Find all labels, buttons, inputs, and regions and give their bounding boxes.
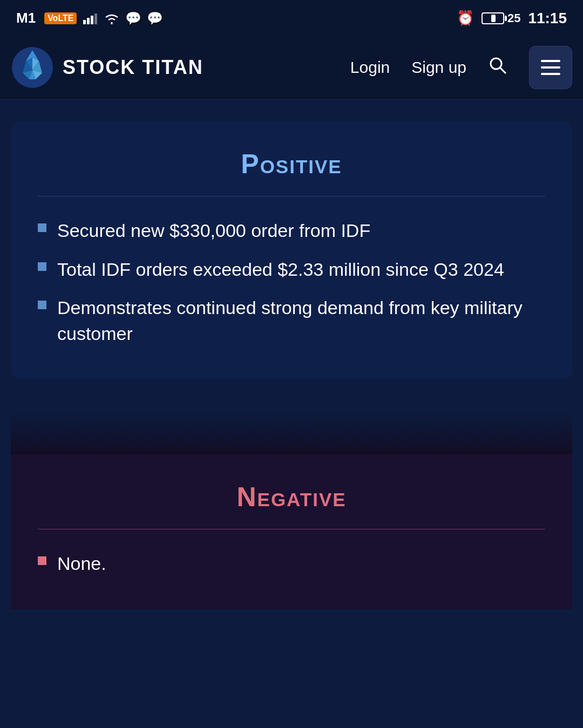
status-right: ⏰ 25 11:15 [457,10,567,27]
svg-line-14 [500,67,506,73]
battery-container: 25 [482,11,520,25]
svg-rect-1 [87,18,90,24]
battery-icon [482,12,504,24]
menu-button[interactable] [529,46,572,89]
svg-rect-2 [91,16,93,24]
negative-divider [38,529,545,529]
list-item: Total IDF orders exceeded $2.33 million … [38,257,545,283]
positive-item-2: Total IDF orders exceeded $2.33 million … [57,257,504,283]
list-item: Secured new $330,000 order from IDF [38,218,545,244]
positive-list: Secured new $330,000 order from IDF Tota… [38,218,545,346]
positive-section: Positive Secured new $330,000 order from… [11,121,572,379]
status-left: M1 VoLTE 💬 💬 [16,10,163,26]
bullet-icon [38,556,46,565]
svg-rect-3 [94,13,97,24]
alarm-icon: ⏰ [457,10,474,26]
signup-link[interactable]: Sign up [411,58,466,77]
wifi-icon [104,12,120,24]
svg-rect-17 [541,73,560,75]
logo-icon [11,46,54,89]
svg-rect-15 [541,60,560,62]
positive-item-1: Secured new $330,000 order from IDF [57,218,370,244]
negative-list: None. [38,551,545,577]
svg-rect-0 [83,20,86,24]
whatsapp-icon-2: 💬 [147,11,163,26]
hamburger-icon [541,60,560,75]
section-gap [11,379,572,411]
logo-text: STOCK TITAN [63,56,204,79]
nav-links: Login Sign up [350,46,572,89]
positive-divider [38,196,545,196]
battery-level: 25 [507,11,520,25]
negative-title: Negative [38,481,545,513]
main-content: Positive Secured new $330,000 order from… [0,100,583,728]
bullet-icon [38,262,46,271]
positive-title: Positive [38,148,545,180]
positive-item-3: Demonstrates continued strong demand fro… [57,295,545,346]
carrier-text: M1 [16,10,36,26]
search-icon [488,56,507,75]
bullet-icon [38,223,46,232]
signal-bars-icon [83,12,98,24]
bullet-icon [38,301,46,309]
login-link[interactable]: Login [350,58,390,77]
negative-section: Negative None. [11,454,572,609]
negative-item-1: None. [57,551,106,577]
main-header: STOCK TITAN Login Sign up [0,35,583,100]
list-item: None. [38,551,545,577]
section-gap-2 [11,411,572,454]
status-bar: M1 VoLTE 💬 💬 ⏰ 25 11:15 [0,0,583,35]
signal-icons: 💬 💬 [83,11,163,26]
search-button[interactable] [488,56,507,79]
time-display: 11:15 [528,10,567,27]
svg-rect-16 [541,66,560,69]
logo-area: STOCK TITAN [11,46,204,89]
whatsapp-icon: 💬 [125,11,141,26]
list-item: Demonstrates continued strong demand fro… [38,295,545,346]
volte-badge: VoLTE [44,12,77,24]
